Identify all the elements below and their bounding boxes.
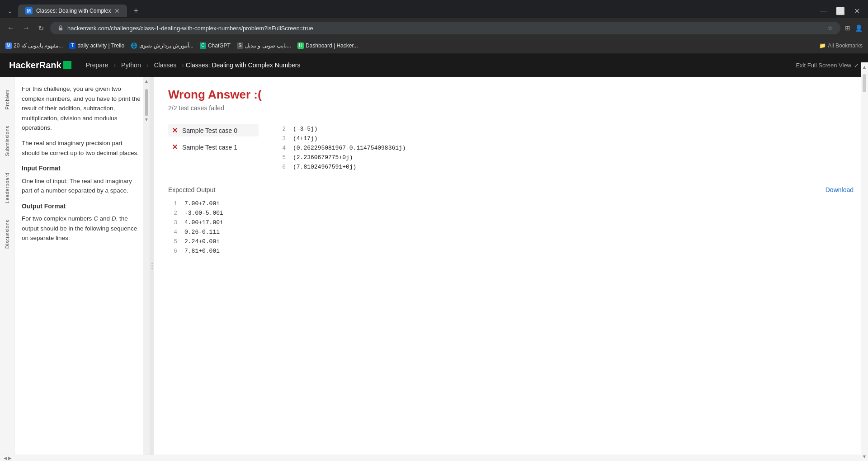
minimize-button[interactable]: — xyxy=(817,6,830,16)
right-scrollbar[interactable]: ▲ ▼ xyxy=(861,77,868,455)
scroll-down-arrow[interactable]: ▼ xyxy=(144,117,149,122)
exp-value-3: 4.00+17.00i xyxy=(184,219,223,226)
profile-icon[interactable]: 👤 xyxy=(855,24,863,32)
output-line-3: 4 (0.262295081967-0.114754098361j) xyxy=(277,143,854,153)
bookmark-item-6[interactable]: H Dashboard | Hacker... xyxy=(297,42,358,49)
test-case-list: ✕ Sample Test case 0 ✕ Sample Test case … xyxy=(168,124,259,172)
tab-title: Classes: Dealing with Complex xyxy=(36,8,111,14)
exp-line-num-5: 5 xyxy=(168,238,177,245)
bookmark-item-5[interactable]: S تایپ صوتی و تبدیل... xyxy=(237,42,291,49)
tab-favicon: M xyxy=(25,7,33,14)
forward-button[interactable]: → xyxy=(21,22,32,34)
expected-output-section: Expected Output Download 1 7.00+7.00i 2 … xyxy=(168,186,854,256)
breadcrumb-sep-2: › xyxy=(146,61,149,69)
back-button[interactable]: ← xyxy=(5,22,16,34)
expected-line-5: 5 2.24+0.00i xyxy=(168,237,854,246)
line-content-2: (4+17j) xyxy=(293,135,318,142)
download-button[interactable]: Download xyxy=(826,186,854,193)
line-content-3: (0.262295081967-0.114754098361j) xyxy=(293,145,406,151)
panel-resizer[interactable] xyxy=(150,77,154,455)
exp-value-1: 7.00+7.00i xyxy=(184,200,220,207)
logo-text: HackerRank xyxy=(9,60,61,71)
problem-para-1: For this challenge, you are given two co… xyxy=(22,84,141,133)
exp-line-num-2: 2 xyxy=(168,210,177,216)
result-status-title: Wrong Answer :( xyxy=(168,88,854,102)
expected-line-6: 6 7.81+0.00i xyxy=(168,246,854,256)
line-num-2: 3 xyxy=(277,135,286,142)
lock-icon xyxy=(57,25,64,31)
all-bookmarks-button[interactable]: 📁 All Bookmarks xyxy=(819,42,863,49)
output-section: 2 (-3-5j) 3 (4+17j) 4 (0.262295081967-0.… xyxy=(277,124,854,172)
bookmark-favicon-5: S xyxy=(237,42,243,49)
scroll-up-arrow[interactable]: ▲ xyxy=(144,79,149,84)
right-scroll-thumb[interactable] xyxy=(863,77,866,92)
nav-prepare[interactable]: Prepare xyxy=(82,60,112,71)
output-format-title: Output Format xyxy=(22,201,141,211)
active-tab[interactable]: M Classes: Dealing with Complex ✕ xyxy=(18,5,127,17)
breadcrumb-sep-1: › xyxy=(113,61,116,69)
bookmark-label-6: Dashboard | Hacker... xyxy=(306,42,358,49)
line-content-4: (2.2360679775+0j) xyxy=(293,154,353,161)
expected-line-3: 3 4.00+17.00i xyxy=(168,218,854,227)
test-case-0-label: Sample Test case 0 xyxy=(182,127,237,134)
bottom-scroll-arrows: ◀ ▶ xyxy=(4,456,12,461)
sidebar-item-submissions[interactable]: Submissions xyxy=(3,122,12,160)
bookmark-item-2[interactable]: T daily activity | Trello xyxy=(69,42,124,49)
input-format-title: Input Format xyxy=(22,163,141,173)
url-bar[interactable]: hackerrank.com/challenges/class-1-dealin… xyxy=(50,22,840,34)
close-window-button[interactable]: ✕ xyxy=(851,6,863,16)
bookmark-favicon-6: H xyxy=(297,42,304,49)
expected-line-2: 2 -3.00-5.00i xyxy=(168,208,854,218)
line-content-5: (7.81024967591+0j) xyxy=(293,164,356,170)
url-text: hackerrank.com/challenges/class-1-dealin… xyxy=(67,25,313,32)
problem-panel: ▲ ▼ For this challenge, you are given tw… xyxy=(14,77,150,455)
tab-close-button[interactable]: ✕ xyxy=(114,7,120,14)
test-case-1-fail-icon: ✕ xyxy=(172,143,178,151)
resizer-dot-3 xyxy=(151,268,153,269)
bookmark-label-1: 20 مفهوم پایتونی که... xyxy=(14,42,63,49)
bookmark-item-1[interactable]: M 20 مفهوم پایتونی که... xyxy=(5,42,63,49)
test-cases-failed-count: 2/2 test cases failed xyxy=(168,104,854,112)
test-case-1[interactable]: ✕ Sample Test case 1 xyxy=(168,141,259,153)
new-tab-button[interactable]: + xyxy=(129,5,143,18)
bookmark-favicon-4: C xyxy=(200,42,206,49)
bookmark-label-3: آموزش پردازش تصوی... xyxy=(139,42,193,49)
nav-python[interactable]: Python xyxy=(118,60,145,71)
line-num-1: 2 xyxy=(277,126,286,132)
line-num-3: 4 xyxy=(277,145,286,151)
test-case-0[interactable]: ✕ Sample Test case 0 xyxy=(168,124,259,136)
maximize-button[interactable]: ⬜ xyxy=(833,6,848,16)
exp-line-num-3: 3 xyxy=(168,219,177,226)
expected-lines: 1 7.00+7.00i 2 -3.00-5.00i 3 4.00+17.00i xyxy=(168,199,854,256)
nav-classes[interactable]: Classes xyxy=(150,60,180,71)
refresh-button[interactable]: ↻ xyxy=(36,22,46,34)
bottom-right-arrow[interactable]: ▶ xyxy=(8,456,12,461)
problem-scrollbar[interactable]: ▲ ▼ xyxy=(143,77,150,455)
bookmark-item-3[interactable]: 🌐 آموزش پردازش تصوی... xyxy=(131,42,193,49)
sidebar-item-problem[interactable]: Problem xyxy=(3,86,12,113)
extensions-icon[interactable]: ⊞ xyxy=(845,24,850,32)
scroll-thumb[interactable] xyxy=(145,89,148,116)
expected-output-header: Expected Output Download xyxy=(168,186,854,193)
all-bookmarks-label: All Bookmarks xyxy=(828,42,863,49)
bottom-left-arrow[interactable]: ◀ xyxy=(4,456,7,461)
sidebar-item-leaderboard[interactable]: Leaderboard xyxy=(3,169,12,207)
right-scroll-down[interactable]: ▼ xyxy=(862,454,867,455)
exp-value-5: 2.24+0.00i xyxy=(184,238,220,245)
output-line-1: 2 (-3-5j) xyxy=(277,124,854,134)
nav-current-page: Classes: Dealing with Complex Numbers xyxy=(186,61,301,69)
exp-line-num-6: 6 xyxy=(168,248,177,254)
bookmark-favicon-1: M xyxy=(5,42,12,49)
output-line-4: 5 (2.2360679775+0j) xyxy=(277,153,854,162)
bookmark-icon[interactable]: ☆ xyxy=(827,24,833,32)
app-header: HackerRank Prepare › Python › Classes › … xyxy=(0,53,868,77)
svg-rect-0 xyxy=(59,28,62,30)
sidebar-item-discussions[interactable]: Discussions xyxy=(3,216,12,252)
line-content-1: (-3-5j) xyxy=(293,126,318,132)
exit-fullscreen-button[interactable]: Exit Full Screen View ⤢ xyxy=(796,62,859,69)
breadcrumb-sep-3: › xyxy=(182,61,184,69)
tab-arrow-back[interactable]: ⌄ xyxy=(4,5,16,16)
test-cases-section: ✕ Sample Test case 0 ✕ Sample Test case … xyxy=(168,124,854,172)
bookmark-item-4[interactable]: C ChatGPT xyxy=(200,42,231,49)
test-case-1-label: Sample Test case 1 xyxy=(182,144,237,151)
